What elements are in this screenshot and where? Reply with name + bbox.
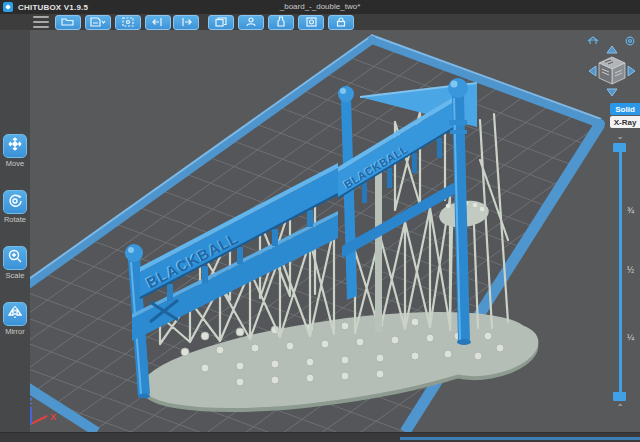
document-title: _board_-_double_two* — [0, 2, 640, 11]
rotate-tool[interactable]: Rotate — [3, 190, 27, 224]
main-toolbar — [0, 14, 640, 30]
mirror-icon — [7, 304, 23, 324]
center-model-button[interactable] — [115, 15, 141, 30]
view-cube[interactable] — [599, 57, 625, 84]
support-button[interactable] — [238, 15, 264, 30]
open-file-button[interactable] — [55, 15, 81, 30]
mirror-label: Mirror — [3, 327, 27, 336]
support-pillar — [374, 156, 384, 332]
save-icon — [90, 13, 106, 31]
status-bar — [0, 432, 640, 442]
viewport-3d[interactable]: BLACKBALL BLACKBALL — [0, 30, 640, 432]
clip-slider-track[interactable] — [619, 150, 622, 396]
dig-hole-button[interactable] — [298, 15, 324, 30]
slider-collapse-icon[interactable]: ⌄ — [613, 133, 627, 141]
slider-expand-icon[interactable]: ⌃ — [613, 404, 627, 412]
clip-slider-bottom-handle[interactable] — [613, 392, 626, 401]
mirror-tool[interactable]: Mirror — [3, 302, 27, 336]
move-tool[interactable]: Move — [3, 134, 27, 168]
scale-label: Scale — [3, 271, 27, 280]
lock-button[interactable] — [328, 15, 354, 30]
home-icon[interactable] — [588, 37, 598, 44]
menu-button[interactable] — [33, 16, 49, 28]
rotate-label: Rotate — [3, 215, 27, 224]
save-button[interactable] — [85, 15, 111, 30]
view-cube-panel[interactable] — [582, 32, 640, 102]
redo-button[interactable] — [173, 15, 199, 30]
hollow-icon — [276, 13, 286, 31]
shade-solid-button[interactable]: Solid — [610, 103, 640, 115]
open-folder-icon — [61, 13, 75, 31]
hollow-button[interactable] — [268, 15, 294, 30]
clone-icon — [215, 13, 227, 31]
slider-label-half: ½ — [627, 265, 634, 275]
slider-label-3q: ¾ — [627, 205, 634, 215]
clip-slider-top-handle[interactable] — [613, 143, 626, 152]
undo-icon — [152, 13, 164, 31]
axis-x-label: X — [50, 412, 56, 422]
lock-icon — [336, 13, 346, 31]
rotate-icon — [7, 192, 23, 212]
scale-icon — [7, 248, 23, 268]
arrow-up-icon[interactable] — [607, 46, 617, 53]
undo-button[interactable] — [145, 15, 171, 30]
scale-tool[interactable]: Scale — [3, 246, 27, 280]
slider-label-quarter: ¼ — [627, 332, 634, 342]
redo-icon — [180, 13, 192, 31]
arrow-left-icon[interactable] — [589, 66, 596, 76]
support-icon — [245, 13, 257, 31]
tool-palette: Move Rotate Scale Mirror — [0, 30, 30, 433]
clone-button[interactable] — [208, 15, 234, 30]
center-model-icon — [122, 13, 134, 31]
move-icon — [7, 136, 23, 156]
eye-icon[interactable] — [626, 37, 634, 45]
plate-edge-strip — [400, 437, 640, 440]
dig-hole-icon — [306, 13, 317, 31]
shade-xray-button[interactable]: X-Ray — [610, 116, 640, 128]
move-label: Move — [3, 159, 27, 168]
title-bar: CHITUBOX V1.9.5 _board_-_double_two* — [0, 0, 640, 14]
arrow-right-icon[interactable] — [628, 66, 635, 76]
arrow-down-icon[interactable] — [607, 89, 617, 96]
